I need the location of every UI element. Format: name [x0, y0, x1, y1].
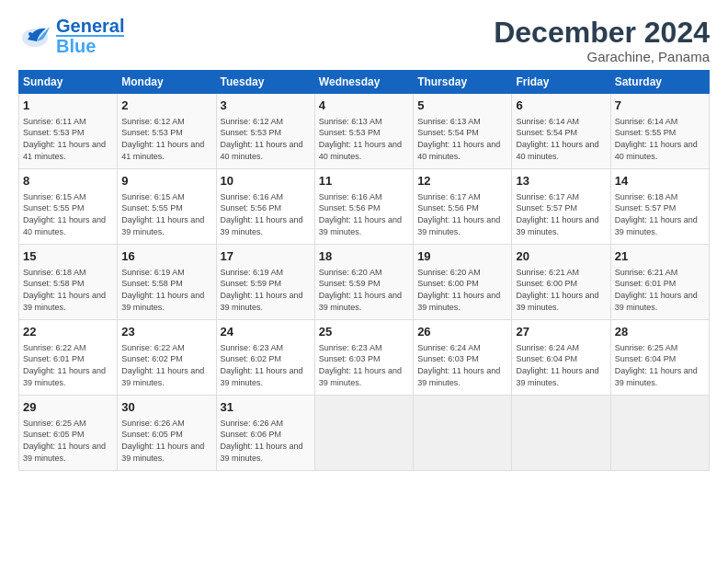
day-number: 11: [319, 173, 409, 190]
day-number: 2: [121, 98, 211, 114]
day-info: Sunrise: 6:24 AMSunset: 6:04 PMDaylight:…: [516, 342, 606, 388]
calendar-cell: 17Sunrise: 6:19 AMSunset: 5:59 PMDayligh…: [216, 245, 314, 320]
column-header-sunday: Sunday: [19, 71, 118, 94]
calendar-cell: 7Sunrise: 6:14 AMSunset: 5:55 PMDaylight…: [610, 94, 709, 169]
logo-general: General: [56, 17, 124, 35]
calendar-cell: 22Sunrise: 6:22 AMSunset: 6:01 PMDayligh…: [19, 320, 118, 396]
day-info: Sunrise: 6:11 AMSunset: 5:53 PMDaylight:…: [23, 116, 113, 162]
day-number: 21: [615, 248, 705, 265]
day-info: Sunrise: 6:23 AMSunset: 6:02 PMDaylight:…: [221, 342, 311, 388]
day-number: 16: [121, 248, 211, 265]
day-info: Sunrise: 6:15 AMSunset: 5:55 PMDaylight:…: [121, 191, 211, 237]
calendar-cell: [610, 396, 709, 471]
column-header-wednesday: Wednesday: [314, 71, 413, 94]
calendar-cell: [414, 396, 512, 471]
calendar-body: 1Sunrise: 6:11 AMSunset: 5:53 PMDaylight…: [19, 94, 710, 471]
day-number: 30: [121, 399, 211, 416]
calendar-week-row: 22Sunrise: 6:22 AMSunset: 6:01 PMDayligh…: [19, 320, 710, 396]
calendar-header-row: SundayMondayTuesdayWednesdayThursdayFrid…: [19, 71, 710, 94]
calendar-cell: 11Sunrise: 6:16 AMSunset: 5:56 PMDayligh…: [314, 169, 413, 245]
calendar-cell: 31Sunrise: 6:26 AMSunset: 6:06 PMDayligh…: [216, 396, 314, 471]
calendar-cell: 30Sunrise: 6:26 AMSunset: 6:05 PMDayligh…: [118, 396, 216, 471]
calendar-cell: 18Sunrise: 6:20 AMSunset: 5:59 PMDayligh…: [314, 245, 413, 320]
calendar-cell: 21Sunrise: 6:21 AMSunset: 6:01 PMDayligh…: [610, 245, 709, 320]
day-number: 22: [23, 324, 113, 340]
calendar-cell: 3Sunrise: 6:12 AMSunset: 5:53 PMDaylight…: [216, 94, 314, 169]
calendar-cell: 26Sunrise: 6:24 AMSunset: 6:03 PMDayligh…: [414, 320, 512, 396]
day-number: 6: [516, 98, 606, 114]
day-info: Sunrise: 6:19 AMSunset: 5:58 PMDaylight:…: [121, 267, 211, 313]
day-info: Sunrise: 6:17 AMSunset: 5:57 PMDaylight:…: [516, 191, 606, 237]
calendar-cell: 4Sunrise: 6:13 AMSunset: 5:53 PMDaylight…: [314, 94, 413, 169]
day-number: 19: [417, 248, 507, 265]
day-number: 10: [221, 173, 311, 190]
day-info: Sunrise: 6:12 AMSunset: 5:53 PMDaylight:…: [221, 116, 311, 162]
day-info: Sunrise: 6:25 AMSunset: 6:05 PMDaylight:…: [23, 418, 113, 464]
day-info: Sunrise: 6:21 AMSunset: 6:01 PMDaylight:…: [615, 267, 705, 313]
day-number: 4: [319, 98, 409, 114]
calendar-cell: 24Sunrise: 6:23 AMSunset: 6:02 PMDayligh…: [216, 320, 314, 396]
day-info: Sunrise: 6:22 AMSunset: 6:02 PMDaylight:…: [121, 342, 211, 388]
column-header-tuesday: Tuesday: [216, 71, 314, 94]
day-info: Sunrise: 6:12 AMSunset: 5:53 PMDaylight:…: [121, 116, 211, 162]
day-number: 9: [121, 173, 211, 190]
day-number: 12: [417, 173, 507, 190]
column-header-saturday: Saturday: [610, 71, 709, 94]
day-number: 28: [615, 324, 705, 340]
calendar-week-row: 1Sunrise: 6:11 AMSunset: 5:53 PMDaylight…: [19, 94, 710, 169]
day-info: Sunrise: 6:18 AMSunset: 5:57 PMDaylight:…: [615, 191, 705, 237]
month-title: December 2024: [494, 17, 710, 49]
calendar-table: SundayMondayTuesdayWednesdayThursdayFrid…: [18, 70, 710, 471]
day-number: 7: [615, 98, 705, 114]
calendar-cell: [512, 396, 610, 471]
header: General Blue December 2024 Garachine, Pa…: [18, 17, 710, 64]
day-number: 18: [319, 248, 409, 265]
day-number: 23: [121, 324, 211, 340]
day-info: Sunrise: 6:22 AMSunset: 6:01 PMDaylight:…: [23, 342, 113, 388]
column-header-friday: Friday: [512, 71, 610, 94]
day-number: 17: [221, 248, 311, 265]
calendar-cell: 8Sunrise: 6:15 AMSunset: 5:55 PMDaylight…: [19, 169, 118, 245]
calendar-cell: 23Sunrise: 6:22 AMSunset: 6:02 PMDayligh…: [118, 320, 216, 396]
day-info: Sunrise: 6:14 AMSunset: 5:54 PMDaylight:…: [516, 116, 606, 162]
location-title: Garachine, Panama: [494, 49, 710, 64]
calendar-cell: 5Sunrise: 6:13 AMSunset: 5:54 PMDaylight…: [414, 94, 512, 169]
day-info: Sunrise: 6:24 AMSunset: 6:03 PMDaylight:…: [417, 342, 507, 388]
day-info: Sunrise: 6:25 AMSunset: 6:04 PMDaylight:…: [615, 342, 705, 388]
calendar-cell: 19Sunrise: 6:20 AMSunset: 6:00 PMDayligh…: [414, 245, 512, 320]
logo-icon: [18, 19, 51, 52]
calendar-cell: 9Sunrise: 6:15 AMSunset: 5:55 PMDaylight…: [118, 169, 216, 245]
logo-blue: Blue: [56, 35, 124, 55]
calendar-cell: 14Sunrise: 6:18 AMSunset: 5:57 PMDayligh…: [610, 169, 709, 245]
calendar-week-row: 8Sunrise: 6:15 AMSunset: 5:55 PMDaylight…: [19, 169, 710, 245]
day-info: Sunrise: 6:20 AMSunset: 6:00 PMDaylight:…: [417, 267, 507, 313]
column-header-thursday: Thursday: [414, 71, 512, 94]
day-number: 29: [23, 399, 113, 416]
day-info: Sunrise: 6:18 AMSunset: 5:58 PMDaylight:…: [23, 267, 113, 313]
calendar-cell: 20Sunrise: 6:21 AMSunset: 6:00 PMDayligh…: [512, 245, 610, 320]
day-info: Sunrise: 6:14 AMSunset: 5:55 PMDaylight:…: [615, 116, 705, 162]
day-number: 5: [417, 98, 507, 114]
calendar-cell: [314, 396, 413, 471]
calendar-cell: 28Sunrise: 6:25 AMSunset: 6:04 PMDayligh…: [610, 320, 709, 396]
page: General Blue December 2024 Garachine, Pa…: [0, 0, 728, 563]
calendar-cell: 10Sunrise: 6:16 AMSunset: 5:56 PMDayligh…: [216, 169, 314, 245]
day-number: 15: [23, 248, 113, 265]
calendar-cell: 6Sunrise: 6:14 AMSunset: 5:54 PMDaylight…: [512, 94, 610, 169]
day-info: Sunrise: 6:26 AMSunset: 6:06 PMDaylight:…: [221, 418, 311, 464]
calendar-cell: 2Sunrise: 6:12 AMSunset: 5:53 PMDaylight…: [118, 94, 216, 169]
day-number: 8: [23, 173, 113, 190]
calendar-cell: 12Sunrise: 6:17 AMSunset: 5:56 PMDayligh…: [414, 169, 512, 245]
day-info: Sunrise: 6:23 AMSunset: 6:03 PMDaylight:…: [319, 342, 409, 388]
day-info: Sunrise: 6:26 AMSunset: 6:05 PMDaylight:…: [121, 418, 211, 464]
title-block: December 2024 Garachine, Panama: [494, 17, 710, 64]
day-number: 31: [221, 399, 311, 416]
day-info: Sunrise: 6:17 AMSunset: 5:56 PMDaylight:…: [417, 191, 507, 237]
day-info: Sunrise: 6:19 AMSunset: 5:59 PMDaylight:…: [221, 267, 311, 313]
day-number: 25: [319, 324, 409, 340]
day-number: 20: [516, 248, 606, 265]
day-info: Sunrise: 6:13 AMSunset: 5:54 PMDaylight:…: [417, 116, 507, 162]
day-number: 26: [417, 324, 507, 340]
svg-point-1: [28, 32, 32, 36]
calendar-cell: 13Sunrise: 6:17 AMSunset: 5:57 PMDayligh…: [512, 169, 610, 245]
